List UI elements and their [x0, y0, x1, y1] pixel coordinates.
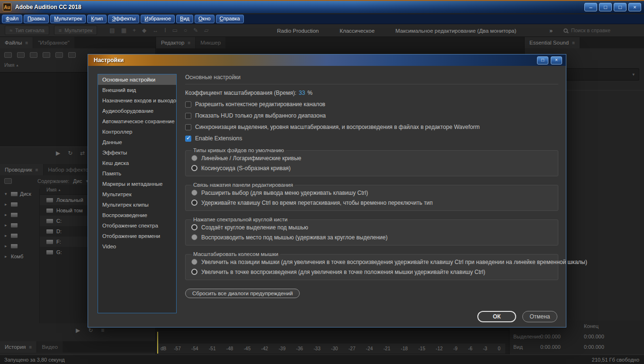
- radio-option[interactable]: Расширить выбор (для вывода меню удержив…: [191, 188, 552, 198]
- tab-favorites[interactable]: "Избранное": [33, 37, 74, 48]
- menu-item[interactable]: Избранное: [141, 15, 175, 23]
- preferences-category[interactable]: Маркеры и метаданные: [98, 179, 176, 189]
- menu-item[interactable]: Окно: [195, 15, 215, 23]
- panel-menu-icon[interactable]: ≡: [36, 167, 38, 173]
- radio-icon[interactable]: [191, 234, 197, 240]
- panel-menu-icon[interactable]: ≡: [572, 40, 575, 46]
- panel-menu-icon[interactable]: ≡: [29, 345, 32, 350]
- preferences-category[interactable]: Эффекты: [98, 147, 176, 158]
- menu-item[interactable]: Правка: [24, 15, 49, 23]
- play-icon[interactable]: ▶: [76, 327, 80, 334]
- content-dropdown[interactable]: Дис: [73, 178, 82, 184]
- menu-item[interactable]: Файл: [2, 15, 22, 23]
- import-file-icon[interactable]: [17, 52, 25, 58]
- workspace-radio-production[interactable]: Radio Production: [277, 28, 319, 34]
- workspace-overflow-button[interactable]: »: [549, 27, 553, 34]
- menu-item[interactable]: Эффекты: [108, 15, 139, 23]
- panel-menu-icon[interactable]: ≡: [26, 40, 28, 46]
- tab-editor[interactable]: Редактор ≡: [156, 37, 195, 48]
- preferences-category[interactable]: Воспроизведение: [98, 210, 176, 220]
- menu-item[interactable]: Клип: [87, 15, 107, 23]
- paintbrush-selection-tool-icon[interactable]: ✎: [193, 27, 198, 34]
- move-tool-icon[interactable]: +: [133, 27, 136, 34]
- delete-icon[interactable]: [55, 52, 63, 58]
- expand-closed-icon[interactable]: ▸: [5, 202, 9, 207]
- preferences-category[interactable]: Контроллер: [98, 127, 176, 137]
- preferences-category[interactable]: Внешний вид: [98, 85, 176, 95]
- save-icon[interactable]: [43, 52, 50, 58]
- preferences-category[interactable]: Назначение входов и выходов: [98, 95, 176, 106]
- dialog-restore-button[interactable]: □: [537, 56, 548, 64]
- time-selection-tool-icon[interactable]: I: [164, 27, 166, 34]
- checkbox-icon[interactable]: [185, 113, 191, 119]
- open-folder-icon[interactable]: [4, 52, 12, 58]
- workspace-classic[interactable]: Классическое: [340, 28, 375, 34]
- new-file-icon[interactable]: [30, 52, 37, 58]
- preferences-category[interactable]: Кеш диска: [98, 158, 176, 168]
- workspace-max-editing[interactable]: Максимальное редактирование (Два монитор…: [395, 28, 516, 34]
- slip-tool-icon[interactable]: ↔: [152, 27, 158, 34]
- minimize-button[interactable]: –: [584, 3, 597, 11]
- menu-item[interactable]: Вид: [176, 15, 193, 23]
- ok-button[interactable]: ОК: [477, 311, 516, 322]
- dialog-close-button[interactable]: ×: [551, 56, 562, 64]
- preferences-category[interactable]: Отображение спектра: [98, 220, 176, 231]
- waveform-view-button[interactable]: ≈ Тип сигнала: [5, 26, 49, 35]
- audio-output-icon[interactable]: ≡: [101, 327, 104, 334]
- tree-row[interactable]: ▸: [0, 209, 39, 220]
- tab-essential-sound[interactable]: Essential Sound ≡: [525, 37, 580, 48]
- dialog-titlebar[interactable]: Настройки □×: [88, 55, 566, 66]
- checkbox-row[interactable]: Enable Extensions: [185, 135, 558, 142]
- preferences-category[interactable]: Отображение времени: [98, 231, 176, 241]
- radio-option[interactable]: Линейные / Логарифмические кривые: [191, 153, 552, 163]
- loop-icon[interactable]: ↻: [68, 150, 72, 156]
- lasso-selection-tool-icon[interactable]: ○: [184, 27, 187, 34]
- eraser-tool-icon[interactable]: ▱: [204, 27, 208, 34]
- restore-button[interactable]: □: [599, 3, 612, 11]
- tree-row[interactable]: ▸: [0, 241, 39, 251]
- reset-warnings-button[interactable]: Сбросить все диалоги предупреждений: [185, 289, 300, 298]
- checkbox-row[interactable]: Показать HUD только для выбранного диапа…: [185, 112, 558, 119]
- multitrack-view-button[interactable]: ≡ Мультитрек: [54, 26, 98, 35]
- zoom-factor-value[interactable]: 33: [299, 90, 305, 96]
- preferences-category[interactable]: Память: [98, 168, 176, 179]
- tree-row[interactable]: ▸: [0, 220, 39, 230]
- close-button[interactable]: ×: [628, 3, 641, 11]
- help-search-input[interactable]: [571, 27, 637, 33]
- expand-open-icon[interactable]: ▾: [5, 191, 9, 196]
- export-icon[interactable]: ⇄: [80, 150, 85, 156]
- marquee-selection-tool-icon[interactable]: ▭: [172, 27, 178, 34]
- radio-option[interactable]: Косинусоида (S-образная кривая): [191, 163, 552, 173]
- titlebar[interactable]: Au Adobe Audition CC 2018 –□□×: [0, 0, 644, 13]
- expand-closed-icon[interactable]: ▸: [5, 244, 9, 248]
- preferences-category[interactable]: Автоматическое сохранение: [98, 116, 176, 127]
- preferences-category[interactable]: Основные настройки: [98, 74, 176, 85]
- expand-closed-icon[interactable]: ▸: [5, 254, 9, 259]
- search-files-icon[interactable]: [68, 52, 76, 58]
- radio-icon[interactable]: [191, 190, 197, 196]
- radio-icon[interactable]: [191, 200, 197, 206]
- preferences-category[interactable]: Video: [98, 241, 176, 252]
- preferences-category[interactable]: Аудиооборудование: [98, 106, 176, 116]
- radio-icon[interactable]: [191, 224, 197, 230]
- maximize-button[interactable]: □: [614, 3, 626, 11]
- tree-row[interactable]: ▸: [0, 230, 39, 241]
- waveform-display-icon[interactable]: ▤: [109, 27, 115, 34]
- tree-row[interactable]: ▸: [0, 199, 39, 209]
- radio-option[interactable]: Удерживайте клавишу Ctrl во время перета…: [191, 198, 552, 208]
- tab-history[interactable]: История ≡: [0, 341, 36, 353]
- loop-icon[interactable]: ↻: [88, 327, 93, 334]
- import-icon[interactable]: [4, 178, 12, 184]
- preferences-category[interactable]: Мультитрек: [98, 189, 176, 200]
- radio-icon[interactable]: [191, 155, 197, 161]
- play-icon[interactable]: ▶: [56, 150, 60, 156]
- preferences-category[interactable]: Мультитрек клипы: [98, 200, 176, 210]
- tree-bottom-row[interactable]: ▸ Комб: [0, 251, 39, 262]
- radio-option[interactable]: Воспроизводить место под мышью (удержива…: [191, 232, 552, 242]
- radio-option[interactable]: Создаёт круглое выделение под мышью: [191, 222, 552, 232]
- tab-mixer[interactable]: Микшер: [196, 37, 225, 48]
- checkbox-icon[interactable]: [185, 136, 191, 142]
- spectral-display-icon[interactable]: ▦: [121, 27, 126, 34]
- tree-root-row[interactable]: ▾ Диск: [0, 189, 39, 199]
- menu-item[interactable]: Справка: [216, 15, 244, 23]
